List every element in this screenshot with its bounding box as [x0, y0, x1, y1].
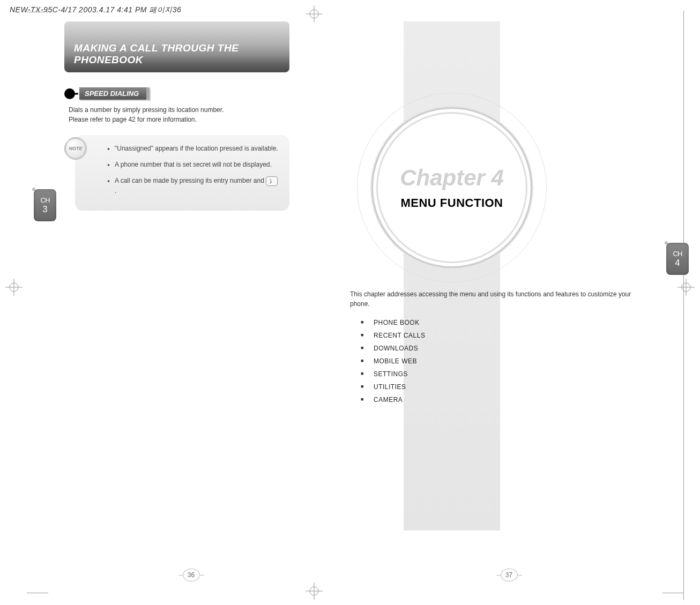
toc-item: RECENT CALLS — [361, 329, 425, 342]
page-number-badge: 37 — [501, 569, 518, 581]
toc-item: DOWNLOADS — [361, 342, 425, 355]
chapter-name: MENU FUNCTION — [400, 196, 503, 210]
right-page: CH 4 Chapter 4 MENU FUNCTION This chapte… — [350, 11, 668, 594]
toc-item: UTILITIES — [361, 380, 425, 393]
chapter-tab-letters: CH — [41, 197, 50, 204]
chapter-tab-number: 3 — [43, 205, 48, 214]
send-key-icon — [266, 176, 278, 186]
page-title-banner: MAKING A CALL THROUGH THE PHONEBOOK — [64, 21, 289, 72]
chapter-tab-number: 4 — [675, 258, 680, 268]
section-description: Dials a number by simply pressing its lo… — [69, 105, 329, 124]
crop-guide-line — [683, 11, 684, 600]
note-item-text: A call can be made by pressing its entry… — [115, 177, 264, 184]
chapter-title-circle: Chapter 4 MENU FUNCTION — [371, 107, 532, 268]
section-label: SPEED DIALING — [79, 87, 150, 100]
note-item-tail: . — [115, 187, 116, 195]
chapter-tab-letters: CH — [673, 250, 682, 257]
registration-mark-icon — [5, 279, 23, 296]
toc-item: MOBILE WEB — [361, 355, 425, 368]
note-item: A call can be made by pressing its entry… — [107, 176, 279, 196]
page-title: MAKING A CALL THROUGH THE PHONEBOOK — [74, 42, 280, 66]
toc-item: SETTINGS — [361, 368, 425, 380]
note-callout: NOTE "Unassigned" appears if the locatio… — [75, 135, 289, 211]
chapter-intro-text: This chapter addresses accessing the men… — [350, 289, 636, 309]
desc-line: Please refer to page 42 for more informa… — [69, 115, 329, 124]
bullet-circle-icon — [64, 88, 75, 99]
page-number-right: 37 — [501, 569, 518, 581]
page-spread: CH 3 MAKING A CALL THROUGH THE PHONEBOOK… — [32, 11, 668, 594]
chapter-tab-right: CH 4 — [665, 241, 668, 244]
page-number-badge: 36 — [183, 569, 200, 581]
registration-mark-icon — [677, 279, 695, 296]
toc-item: PHONE BOOK — [361, 316, 425, 329]
page-number-left: 36 — [183, 569, 200, 581]
chapter-number-title: Chapter 4 — [400, 165, 504, 191]
desc-line: Dials a number by simply pressing its lo… — [69, 105, 329, 115]
note-badge-icon: NOTE — [64, 137, 87, 160]
chapter-toc-list: PHONE BOOK RECENT CALLS DOWNLOADS MOBILE… — [361, 316, 425, 406]
section-heading: SPEED DIALING — [64, 87, 329, 100]
note-item: A phone number that is set secret will n… — [107, 160, 279, 169]
toc-item: CAMERA — [361, 393, 425, 406]
note-item: "Unassigned" appears if the location pre… — [107, 144, 279, 153]
left-page: CH 3 MAKING A CALL THROUGH THE PHONEBOOK… — [32, 11, 350, 594]
chapter-tab-left: CH 3 — [32, 188, 35, 191]
